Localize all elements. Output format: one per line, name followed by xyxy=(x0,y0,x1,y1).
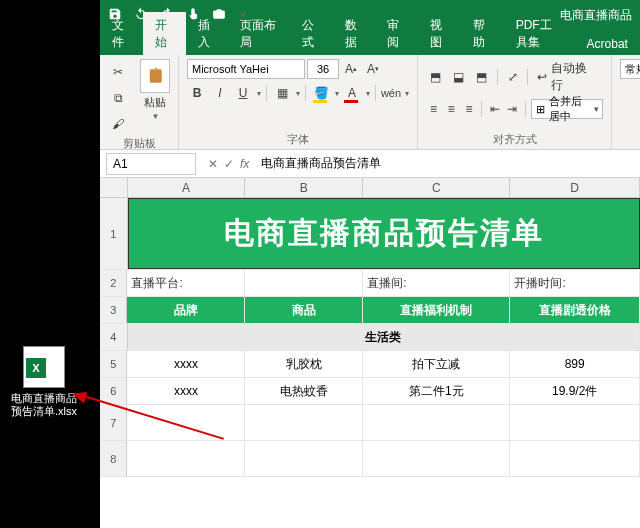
wrap-text-button[interactable]: ↩ 自动换行 xyxy=(533,59,603,95)
italic-button[interactable]: I xyxy=(210,83,230,103)
fx-icon[interactable]: fx xyxy=(240,157,249,171)
cell[interactable] xyxy=(363,405,510,440)
tab-layout[interactable]: 页面布局 xyxy=(228,12,290,55)
row-header[interactable]: 8 xyxy=(100,441,127,476)
ribbon-tabs: 文件 开始 插入 页面布局 公式 数据 审阅 视图 帮助 PDF工具集 Acro… xyxy=(100,30,640,55)
cell[interactable] xyxy=(363,441,510,476)
enter-icon[interactable]: ✓ xyxy=(224,157,234,171)
clipboard-group: ✂ ⧉ 🖌 粘贴 ▼ 剪贴板 xyxy=(100,55,179,149)
tab-insert[interactable]: 插入 xyxy=(186,12,229,55)
chevron-down-icon[interactable]: ▾ xyxy=(405,89,409,98)
tab-pdf[interactable]: PDF工具集 xyxy=(504,12,575,55)
column-header-C[interactable]: C xyxy=(363,178,510,197)
tab-data[interactable]: 数据 xyxy=(333,12,376,55)
column-header-D[interactable]: D xyxy=(510,178,640,197)
decrease-indent-icon[interactable]: ⇤ xyxy=(487,99,502,119)
border-button[interactable]: ▦ xyxy=(272,83,292,103)
paste-button[interactable]: 粘贴 ▼ xyxy=(140,59,170,121)
cancel-icon[interactable]: ✕ xyxy=(208,157,218,171)
font-group: A▴ A▾ B I U ▾ ▦ ▾ 🪣 ▾ A ▾ wé xyxy=(179,55,418,149)
cell[interactable]: 电热蚊香 xyxy=(245,378,363,404)
excel-badge: X xyxy=(26,358,46,378)
formula-input[interactable] xyxy=(255,153,640,175)
align-right-icon[interactable]: ≡ xyxy=(462,99,477,119)
align-center-icon[interactable]: ≡ xyxy=(444,99,459,119)
cell[interactable]: xxxx xyxy=(127,351,245,377)
desktop-file-icon[interactable]: X 电商直播商品预告清单.xlsx xyxy=(10,346,78,418)
separator xyxy=(481,101,482,117)
chevron-down-icon[interactable]: ▼ xyxy=(152,112,160,121)
cell[interactable] xyxy=(127,405,245,440)
column-header-A[interactable]: A xyxy=(128,178,246,197)
cell[interactable]: 19.9/2件 xyxy=(510,378,640,404)
select-all-corner[interactable] xyxy=(100,178,128,197)
cell[interactable] xyxy=(245,441,363,476)
row-header[interactable]: 1 xyxy=(100,198,128,269)
increase-indent-icon[interactable]: ⇥ xyxy=(505,99,520,119)
cell[interactable] xyxy=(510,441,640,476)
tab-help[interactable]: 帮助 xyxy=(461,12,504,55)
spreadsheet-grid: A B C D 1 电商直播商品预告清单 2 直播平台: 直播间: 开播时间: … xyxy=(100,178,640,528)
cell[interactable] xyxy=(127,441,245,476)
cell[interactable]: 直播福利机制 xyxy=(363,297,510,323)
cut-icon[interactable]: ✂ xyxy=(108,62,128,82)
tab-view[interactable]: 视图 xyxy=(418,12,461,55)
rows-container: 1 电商直播商品预告清单 2 直播平台: 直播间: 开播时间: 3 品牌 商品 … xyxy=(100,198,640,477)
tab-formulas[interactable]: 公式 xyxy=(290,12,333,55)
tab-acrobat[interactable]: Acrobat xyxy=(575,32,640,55)
cell[interactable]: 品牌 xyxy=(127,297,245,323)
copy-icon[interactable]: ⧉ xyxy=(108,88,128,108)
chevron-down-icon[interactable]: ▾ xyxy=(257,89,261,98)
cell[interactable]: 第二件1元 xyxy=(363,378,510,404)
cell[interactable]: 直播间: xyxy=(363,270,510,296)
cell[interactable] xyxy=(245,270,363,296)
font-group-label: 字体 xyxy=(187,132,409,147)
chevron-down-icon[interactable]: ▾ xyxy=(296,89,300,98)
row-header[interactable]: 6 xyxy=(100,378,127,404)
merge-cells-dropdown[interactable]: ⊞ 合并后居中 xyxy=(531,99,603,119)
align-top-icon[interactable]: ⬒ xyxy=(426,67,446,87)
tab-file[interactable]: 文件 xyxy=(100,12,143,55)
cell[interactable]: 899 xyxy=(510,351,640,377)
cell[interactable]: xxxx xyxy=(127,378,245,404)
tab-home[interactable]: 开始 xyxy=(143,12,186,55)
font-color-button[interactable]: A xyxy=(342,83,362,103)
chevron-down-icon[interactable]: ▾ xyxy=(366,89,370,98)
number-format-dropdown[interactable]: 常规 xyxy=(620,59,640,79)
decrease-font-icon[interactable]: A▾ xyxy=(363,59,383,79)
phonetic-button[interactable]: wén xyxy=(381,83,401,103)
name-box[interactable] xyxy=(106,153,196,175)
increase-font-icon[interactable]: A▴ xyxy=(341,59,361,79)
align-middle-icon[interactable]: ⬓ xyxy=(449,67,469,87)
column-header-B[interactable]: B xyxy=(245,178,363,197)
row-header[interactable]: 5 xyxy=(100,351,127,377)
row-header[interactable]: 2 xyxy=(100,270,127,296)
cell[interactable]: 拍下立减 xyxy=(363,351,510,377)
cell[interactable]: 直播剧透价格 xyxy=(510,297,640,323)
tab-review[interactable]: 审阅 xyxy=(375,12,418,55)
cell[interactable]: 商品 xyxy=(245,297,363,323)
row-header[interactable]: 7 xyxy=(100,405,127,440)
row-header[interactable]: 3 xyxy=(100,297,127,323)
underline-button[interactable]: U xyxy=(233,83,253,103)
cell[interactable]: 开播时间: xyxy=(510,270,640,296)
alignment-group-label: 对齐方式 xyxy=(426,132,603,147)
bold-button[interactable]: B xyxy=(187,83,207,103)
fill-color-button[interactable]: 🪣 xyxy=(311,83,331,103)
align-left-icon[interactable]: ≡ xyxy=(426,99,441,119)
row-header[interactable]: 4 xyxy=(100,324,128,350)
xlsx-file-icon: X xyxy=(23,346,65,388)
cell[interactable] xyxy=(245,405,363,440)
format-painter-icon[interactable]: 🖌 xyxy=(108,114,128,134)
font-name-input[interactable] xyxy=(187,59,305,79)
banner-cell[interactable]: 电商直播商品预告清单 xyxy=(128,198,641,269)
cell[interactable] xyxy=(510,405,640,440)
chevron-down-icon[interactable]: ▾ xyxy=(335,89,339,98)
orientation-icon[interactable]: ⤢ xyxy=(503,67,523,87)
align-bottom-icon[interactable]: ⬒ xyxy=(472,67,492,87)
cell[interactable]: 乳胶枕 xyxy=(245,351,363,377)
font-size-input[interactable] xyxy=(307,59,339,79)
cell[interactable]: 直播平台: xyxy=(127,270,245,296)
category-cell[interactable]: 生活类 xyxy=(128,324,641,350)
clipboard-group-label: 剪贴板 xyxy=(108,136,170,151)
